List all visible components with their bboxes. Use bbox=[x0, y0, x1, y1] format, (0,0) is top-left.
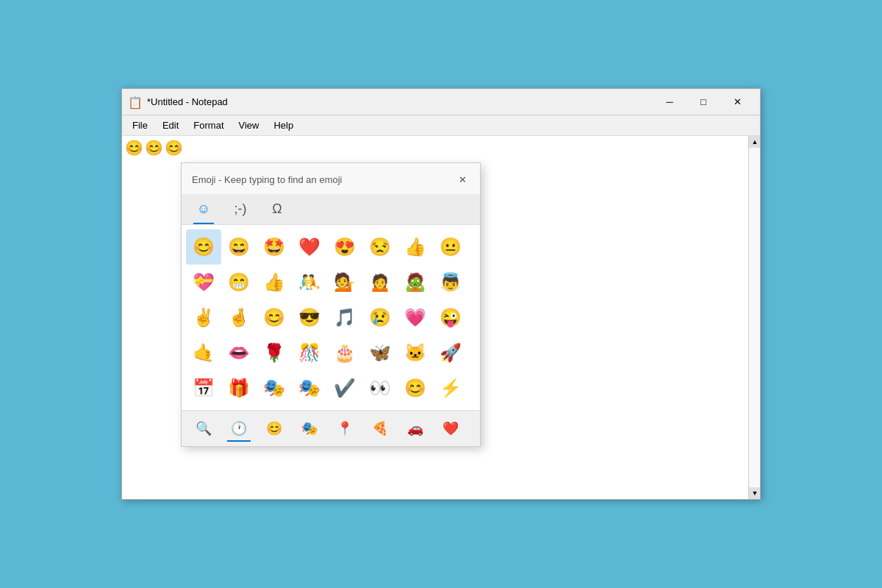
emoji-cell[interactable]: 😄 bbox=[221, 229, 257, 265]
emoji-cell[interactable]: 👼 bbox=[433, 265, 468, 300]
close-button[interactable]: ✕ bbox=[720, 89, 754, 115]
emoji-tabs: ☺ ;-) Ω bbox=[182, 194, 480, 225]
emoji-footer-travel[interactable]: 🚗 bbox=[398, 414, 433, 443]
emoji-cell[interactable]: 🤩 bbox=[257, 229, 292, 265]
emoji-cell[interactable]: 😁 bbox=[221, 265, 257, 300]
emoji-cell[interactable]: 👀 bbox=[362, 370, 398, 406]
editor-area[interactable]: 😊😊😊 Emoji - Keep typing to find an emoji… bbox=[122, 136, 760, 499]
emoji-cell[interactable]: 👍 bbox=[257, 265, 292, 300]
scroll-down-arrow[interactable]: ▼ bbox=[749, 487, 760, 499]
emoji-title: Emoji - Keep typing to find an emoji bbox=[192, 174, 343, 185]
emoji-cell[interactable]: 🚀 bbox=[433, 335, 468, 370]
menu-format[interactable]: Format bbox=[186, 115, 231, 135]
emoji-cell[interactable]: 😐 bbox=[433, 229, 468, 265]
window-title: *Untitled - Notepad bbox=[147, 96, 653, 107]
emoji-tab-emoji[interactable]: ☺ bbox=[189, 194, 218, 224]
emoji-cell[interactable]: ✔️ bbox=[327, 370, 362, 406]
emoji-cell[interactable]: 😜 bbox=[433, 300, 468, 335]
emoji-cell[interactable]: 💁 bbox=[327, 265, 362, 300]
emoji-grid: 😊 😄 🤩 ❤️ 😍 😒 👍 😐 💝 😁 👍 🤼 💁 🙍 🧟 👼 ✌️ 🤞 bbox=[182, 225, 480, 410]
emoji-cell[interactable]: 📅 bbox=[186, 370, 221, 406]
emoji-footer: 🔍 🕐 😊 🎭 📍 🍕 🚗 ❤️ bbox=[182, 410, 480, 446]
minimize-button[interactable]: ─ bbox=[653, 89, 686, 115]
scroll-up-arrow[interactable]: ▲ bbox=[749, 136, 760, 148]
emoji-cell[interactable]: 💝 bbox=[186, 265, 221, 300]
emoji-cell[interactable]: ✌️ bbox=[186, 300, 221, 335]
editor-content: 😊😊😊 bbox=[122, 136, 187, 159]
emoji-cell[interactable]: 😍 bbox=[327, 229, 362, 265]
emoji-cell[interactable]: 🌹 bbox=[257, 335, 292, 370]
emoji-footer-people[interactable]: 🎭 bbox=[292, 414, 327, 443]
emoji-cell[interactable]: 🤞 bbox=[221, 300, 257, 335]
menu-bar: File Edit Format View Help bbox=[122, 115, 760, 136]
emoji-footer-food[interactable]: 🍕 bbox=[362, 414, 398, 443]
emoji-cell[interactable]: 🎂 bbox=[327, 335, 362, 370]
emoji-cell[interactable]: 🎭 bbox=[292, 370, 327, 406]
menu-file[interactable]: File bbox=[125, 115, 155, 135]
emoji-cell[interactable]: 🙍 bbox=[362, 265, 398, 300]
maximize-button[interactable]: □ bbox=[686, 89, 720, 115]
emoji-cell[interactable]: 😢 bbox=[362, 300, 398, 335]
emoji-cell[interactable]: 😊 bbox=[398, 370, 433, 406]
emoji-cell[interactable]: 😊 bbox=[257, 300, 292, 335]
menu-help[interactable]: Help bbox=[266, 115, 301, 135]
emoji-cell[interactable]: 👄 bbox=[221, 335, 257, 370]
emoji-cell[interactable]: 😊 bbox=[186, 229, 221, 265]
emoji-cell[interactable]: 🎭 bbox=[257, 370, 292, 406]
emoji-cell[interactable]: 🎵 bbox=[327, 300, 362, 335]
emoji-footer-smileys[interactable]: 😊 bbox=[257, 414, 292, 443]
emoji-footer-objects[interactable]: ❤️ bbox=[433, 414, 468, 443]
emoji-footer-search[interactable]: 🔍 bbox=[186, 414, 221, 443]
emoji-cell[interactable]: 🤼 bbox=[292, 265, 327, 300]
scroll-track[interactable] bbox=[749, 148, 760, 487]
emoji-cell[interactable]: 😒 bbox=[362, 229, 398, 265]
emoji-cell[interactable]: ❤️ bbox=[292, 229, 327, 265]
emoji-cell[interactable]: 🎁 bbox=[221, 370, 257, 406]
emoji-cell[interactable]: 👍 bbox=[398, 229, 433, 265]
notepad-window: 📋 *Untitled - Notepad ─ □ ✕ File Edit Fo… bbox=[121, 88, 761, 500]
emoji-cell[interactable]: ⚡ bbox=[433, 370, 468, 406]
emoji-cell[interactable]: 🎊 bbox=[292, 335, 327, 370]
emoji-cell[interactable]: 🦋 bbox=[362, 335, 398, 370]
emoji-cell[interactable]: 💗 bbox=[398, 300, 433, 335]
menu-view[interactable]: View bbox=[232, 115, 267, 135]
emoji-tab-symbols[interactable]: Ω bbox=[262, 194, 292, 224]
menu-edit[interactable]: Edit bbox=[155, 115, 186, 135]
emoji-tab-kaomoji[interactable]: ;-) bbox=[226, 194, 255, 224]
emoji-cell[interactable]: 🐱 bbox=[398, 335, 433, 370]
emoji-footer-recent[interactable]: 🕐 bbox=[221, 414, 257, 443]
window-icon: 📋 bbox=[128, 96, 141, 109]
emoji-cell[interactable]: 🧟 bbox=[398, 265, 433, 300]
emoji-cell[interactable]: 😎 bbox=[292, 300, 327, 335]
vertical-scrollbar[interactable]: ▲ ▼ bbox=[748, 136, 760, 499]
title-bar: 📋 *Untitled - Notepad ─ □ ✕ bbox=[122, 89, 760, 115]
emoji-popup: Emoji - Keep typing to find an emoji ✕ ☺… bbox=[181, 162, 481, 447]
emoji-close-button[interactable]: ✕ bbox=[455, 172, 470, 187]
emoji-header: Emoji - Keep typing to find an emoji ✕ bbox=[182, 163, 480, 194]
emoji-cell[interactable]: 🤙 bbox=[186, 335, 221, 370]
emoji-footer-places[interactable]: 📍 bbox=[327, 414, 362, 443]
window-controls: ─ □ ✕ bbox=[653, 89, 754, 115]
